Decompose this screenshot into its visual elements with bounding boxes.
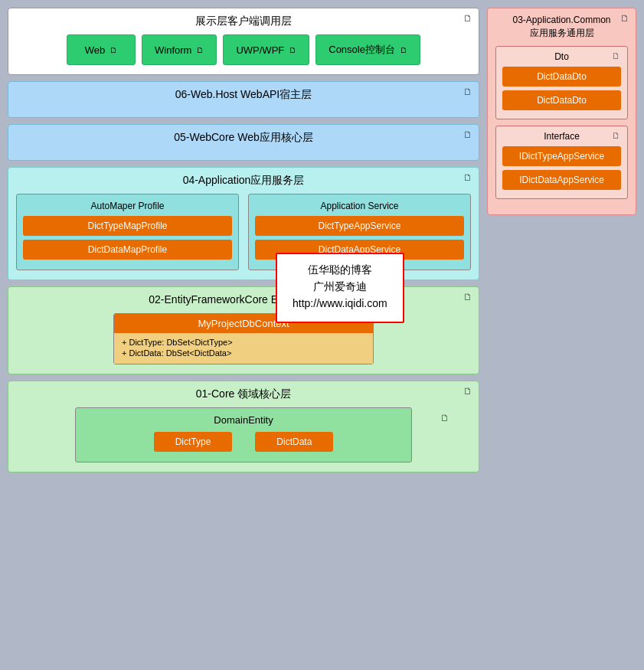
file-icon-webcore: 🗋 xyxy=(463,129,472,140)
file-icon-web: 🗋 xyxy=(110,46,117,54)
pres-console: Console控制台 🗋 xyxy=(315,34,420,65)
webhost-title: 06-Web.Host WebAPI宿主层 xyxy=(16,88,471,102)
file-icon-uwp: 🗋 xyxy=(289,46,296,54)
file-icon-console: 🗋 xyxy=(400,46,407,54)
core-layer: 🗋 01-Core 领域核心层 🗋 DomainEntity DictType … xyxy=(8,381,479,472)
file-icon-core: 🗋 xyxy=(463,386,472,397)
dict-data-map-profile-btn[interactable]: DictDataMapProfile xyxy=(23,240,232,260)
webcore-title: 05-WebCore Web应用核心层 xyxy=(16,131,471,145)
right-column: 🗋 03-Application.Common 应用服务通用层 🗋 Dto Di… xyxy=(487,8,636,215)
ef-body: + DictType: DbSet<DictType> + DictData: … xyxy=(114,333,373,364)
dict-type-map-profile-btn[interactable]: DictTypeMapProfile xyxy=(23,216,232,236)
dto-section-title: Dto xyxy=(502,51,621,62)
file-icon-dto: 🗋 xyxy=(612,51,620,60)
efcore-layer: 🗋 02-EntityFrameworkCore EF仓储核心层 MyProje… xyxy=(8,286,479,374)
file-icon-interface: 🗋 xyxy=(612,131,620,140)
file-icon-app: 🗋 xyxy=(463,172,472,183)
dict-type-btn[interactable]: DictType xyxy=(154,432,233,452)
presentation-title: 展示层客户端调用层 xyxy=(16,15,471,28)
webcore-layer: 🗋 05-WebCore Web应用核心层 xyxy=(8,124,479,161)
common-title-main: 03-Application.Common xyxy=(495,15,628,25)
watermark-line3: http://www.iqidi.com xyxy=(293,297,387,309)
automaper-title: AutoMaper Profile xyxy=(23,201,232,211)
dict-type-app-service-btn[interactable]: DictTypeAppService xyxy=(255,216,464,236)
interface-section-title: Interface xyxy=(502,131,621,142)
ef-item-2: + DictData: DbSet<DictData> xyxy=(122,348,365,358)
automaper-box: AutoMaper Profile DictTypeMapProfile Dic… xyxy=(16,194,239,270)
idict-type-app-service-btn[interactable]: IDictTypeAppService xyxy=(502,146,621,166)
webhost-layer: 🗋 06-Web.Host WebAPI宿主层 xyxy=(8,81,479,118)
watermark-box: 伍华聪的博客 广州爱奇迪 http://www.iqidi.com xyxy=(276,253,404,323)
pres-web: Web 🗋 xyxy=(67,34,136,65)
dict-data-btn[interactable]: DictData xyxy=(255,432,333,452)
presentation-items: Web 🗋 Winform 🗋 UWP/WPF 🗋 Console控制台 🗋 xyxy=(16,34,471,65)
domain-buttons: DictType DictData xyxy=(82,432,405,456)
ef-item-1: + DictType: DbSet<DictType> xyxy=(122,338,365,347)
interface-section: 🗋 Interface IDictTypeAppService IDictDat… xyxy=(495,126,628,199)
application-title: 04-Application应用服务层 xyxy=(16,174,471,188)
application-layer: 🗋 04-Application应用服务层 AutoMaper Profile … xyxy=(8,167,479,280)
file-icon-webhost: 🗋 xyxy=(463,87,472,97)
file-icon-common: 🗋 xyxy=(620,13,629,24)
dict-data-dto-btn-2[interactable]: DictDataDto xyxy=(502,90,621,110)
file-icon: 🗋 xyxy=(463,13,472,24)
common-layer: 🗋 03-Application.Common 应用服务通用层 🗋 Dto Di… xyxy=(487,8,636,215)
file-icon-domain: 🗋 xyxy=(440,413,449,423)
watermark-line2: 广州爱奇迪 xyxy=(293,280,387,294)
pres-uwp: UWP/WPF 🗋 xyxy=(223,34,309,65)
app-service-title: Application Service xyxy=(255,201,464,211)
presentation-layer: 🗋 展示层客户端调用层 Web 🗋 Winform 🗋 UWP/WPF 🗋 Co… xyxy=(8,8,479,75)
core-title: 01-Core 领域核心层 xyxy=(16,387,471,401)
pres-winform: Winform 🗋 xyxy=(142,34,217,65)
file-icon-efcore: 🗋 xyxy=(463,292,472,302)
file-icon-winform: 🗋 xyxy=(196,46,204,54)
domain-title: DomainEntity xyxy=(82,414,405,426)
common-title-sub: 应用服务通用层 xyxy=(495,27,628,40)
idict-data-app-service-btn[interactable]: IDictDataAppService xyxy=(502,170,621,190)
dict-data-dto-btn-1[interactable]: DictDataDto xyxy=(502,67,621,87)
dto-section: 🗋 Dto DictDataDto DictDataDto xyxy=(495,46,628,119)
watermark-line1: 伍华聪的博客 xyxy=(293,263,387,277)
domain-box: 🗋 DomainEntity DictType DictData xyxy=(75,407,412,462)
